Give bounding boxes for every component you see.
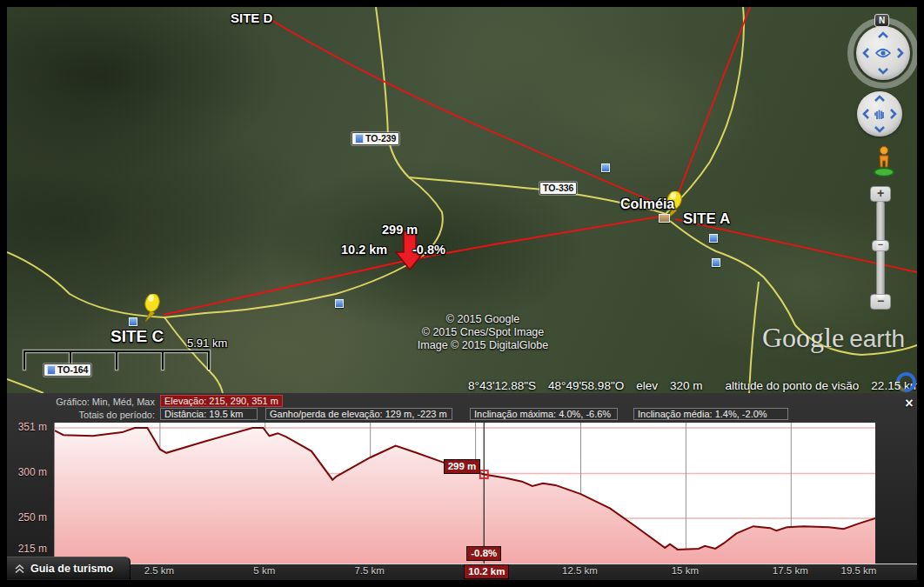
y-tick-label: 300 m: [7, 466, 47, 478]
stats-row2-label: Totais do período:: [7, 409, 155, 421]
logo-earth-text: earth: [849, 325, 905, 353]
zoom-out-button[interactable]: −: [870, 294, 891, 310]
label-town-colmeia: Colméia: [620, 197, 674, 212]
google-earth-logo: Google earth: [762, 322, 905, 354]
place-icon[interactable]: [129, 317, 137, 326]
x-tick-label: 12.5 km: [555, 565, 604, 576]
place-icon[interactable]: [335, 299, 344, 308]
logo-google-text: Google: [762, 322, 844, 354]
road-label-to239: TO-239: [352, 132, 399, 145]
annotation-elevation: 299 m: [382, 223, 418, 237]
stat-elevation: Elevação: 215, 290, 351 m: [160, 395, 283, 407]
status-longitude: 48°49'58.98"O: [548, 379, 624, 392]
marker-distance-box: 10.2 km: [464, 564, 509, 579]
place-icon[interactable]: [712, 258, 720, 267]
look-joystick[interactable]: [856, 26, 910, 80]
elevation-chart-svg: [55, 423, 875, 564]
marker-slope-box: -0.8%: [466, 546, 501, 561]
move-up-icon[interactable]: [874, 95, 886, 102]
look-up-icon[interactable]: [877, 31, 889, 38]
zoom-slider-handle[interactable]: −: [872, 240, 889, 251]
elevation-chart[interactable]: [54, 423, 875, 564]
annotation-distance: 10.2 km: [341, 243, 387, 257]
look-down-icon[interactable]: [877, 68, 889, 75]
pegman-icon[interactable]: [871, 144, 897, 177]
copyright-line: © 2015 Google: [383, 313, 583, 326]
move-right-icon[interactable]: [890, 108, 897, 120]
link-lines: [164, 7, 917, 315]
y-tick-label: 250 m: [7, 511, 47, 524]
stat-avg-slope: Inclinação média: 1.4%, -2.0%: [633, 408, 788, 420]
label-site-c: SITE C: [110, 327, 164, 346]
stat-gain-loss: Ganho/perda de elevação: 129 m, -223 m: [265, 408, 452, 420]
y-tick-label: 351 m: [7, 421, 47, 433]
x-tick-label: 17.5 km: [766, 565, 814, 576]
status-latitude: 8°43'12.88"S: [468, 379, 536, 392]
copyright-line: Image © 2015 DigitalGlobe: [383, 339, 583, 352]
move-down-icon[interactable]: [874, 126, 886, 133]
tourism-guide-label: Guia de turismo: [30, 563, 113, 575]
elevation-profile-panel: Gráfico: Min, Méd, Max Elevação: 215, 29…: [7, 393, 917, 580]
stat-max-slope: Inclinação máxima: 4.0%, -6.6%: [470, 408, 618, 420]
close-panel-button[interactable]: ×: [901, 396, 917, 411]
stats-row1-label: Gráfico: Min, Méd, Max: [7, 396, 155, 408]
road-icon: [47, 365, 56, 375]
status-elev-value: 320 m: [670, 379, 703, 392]
road-label-to336: TO-336: [539, 182, 577, 195]
copyright-block: © 2015 Google © 2015 Cnes/Spot Image Ima…: [383, 313, 583, 352]
place-icon[interactable]: [659, 214, 670, 223]
move-joystick[interactable]: [857, 91, 902, 137]
annotation-slope: -0.8%: [412, 243, 445, 257]
look-left-icon[interactable]: [862, 47, 869, 59]
look-right-icon[interactable]: [897, 47, 904, 59]
x-tick-label: 2.5 km: [135, 565, 184, 576]
x-tick-label: 15 km: [660, 565, 709, 576]
scale-bar-label: 5.91 km: [187, 337, 227, 350]
label-site-d: SITE D: [231, 10, 272, 25]
eye-icon[interactable]: [874, 48, 892, 58]
status-altitude-label: altitude do ponto de visão: [725, 379, 859, 392]
x-tick-label: 5 km: [240, 565, 289, 576]
chevron-up-double-icon: [14, 564, 25, 574]
label-site-a: SITE A: [683, 210, 730, 228]
marker-elevation-box: 299 m: [444, 459, 481, 474]
zoom-in-button[interactable]: +: [870, 186, 891, 202]
move-left-icon[interactable]: [862, 108, 869, 120]
road-icon: [355, 134, 364, 143]
place-icon[interactable]: [601, 163, 610, 172]
x-tick-label: 19.5 km: [834, 565, 883, 576]
elevation-area: [55, 428, 875, 564]
pushpin-site-c[interactable]: [139, 294, 164, 324]
x-tick-label: 7.5 km: [345, 565, 394, 576]
status-bar: 8°43'12.88"S 48°49'58.98"O elev 320 m al…: [468, 377, 917, 393]
place-icon[interactable]: [709, 234, 718, 243]
copyright-line: © 2015 Cnes/Spot Image: [383, 326, 583, 339]
north-indicator[interactable]: N: [874, 14, 889, 27]
road-label-to164: TO-164: [44, 364, 91, 377]
y-tick-label: 215 m: [7, 543, 47, 555]
map-view[interactable]: SITE D Colméia SITE A SITE C 299 m 10.2 …: [7, 7, 917, 393]
pan-hand-icon[interactable]: [873, 106, 887, 121]
status-elev-label: elev: [636, 379, 658, 392]
stat-distance: Distância: 19.5 km: [160, 408, 258, 420]
tourism-guide-tab[interactable]: Guia de turismo: [7, 557, 131, 579]
